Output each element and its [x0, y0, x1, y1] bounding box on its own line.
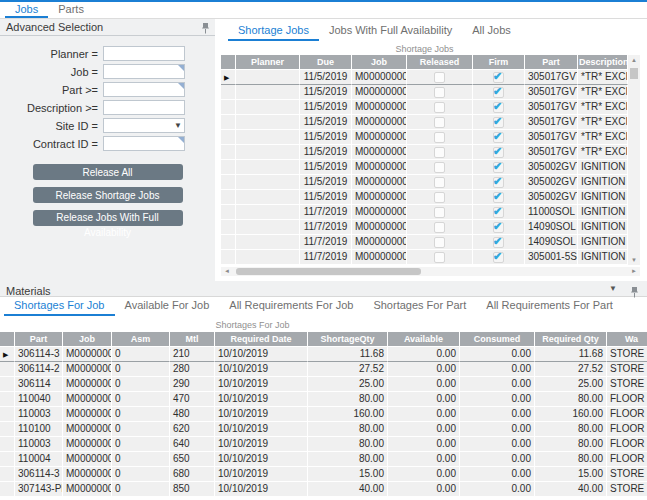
column-header-description[interactable]: Description — [578, 55, 628, 70]
table-row[interactable]: 306114-2M00000000028010/10/201927.520.00… — [0, 362, 647, 377]
column-header-job[interactable]: Job — [63, 332, 112, 347]
firm-checkbox[interactable]: ✔ — [493, 222, 504, 233]
row-selector-cell[interactable] — [221, 160, 236, 175]
table-row[interactable]: 11/5/2019M00000000✔305017GVT*TR* EXCITER — [221, 115, 628, 130]
firm-checkbox[interactable]: ✔ — [493, 117, 504, 128]
table-row[interactable]: 11/5/2019M00000000✔305017GVT*TR* EXCITER — [221, 130, 628, 145]
row-selector-cell[interactable] — [221, 190, 236, 205]
firm-checkbox[interactable]: ✔ — [493, 102, 504, 113]
table-row[interactable]: 110003M00000000048010/10/2019160.000.000… — [0, 407, 647, 422]
released-checkbox[interactable] — [434, 132, 445, 143]
row-selector-cell[interactable] — [221, 130, 236, 145]
release-jobs-with-full-availability-button[interactable]: Release Jobs With Full Availability — [33, 210, 183, 226]
column-header-job[interactable]: Job — [352, 55, 407, 70]
column-header-wa[interactable]: Wa — [607, 332, 647, 347]
row-selector-cell[interactable] — [221, 175, 236, 190]
released-checkbox[interactable] — [434, 192, 445, 203]
scroll-left-icon[interactable]: ◄ — [224, 267, 230, 276]
table-row[interactable]: 11/5/2019M00000000✔305017GVT*TR* EXCITER — [221, 100, 628, 115]
firm-checkbox[interactable]: ✔ — [493, 177, 504, 188]
table-row[interactable]: 11/7/2019M00000000✔11000SOLIGNITION LEA — [221, 205, 628, 220]
table-row[interactable]: ▶306114-3M00000000021010/10/201911.680.0… — [0, 347, 647, 362]
firm-checkbox[interactable]: ✔ — [493, 72, 504, 83]
tab-all-requirements-for-job[interactable]: All Requirements For Job — [219, 299, 363, 316]
table-row[interactable]: 11/7/2019M00000000✔14090SOLIGNITION LEA — [221, 235, 628, 250]
released-checkbox[interactable] — [434, 117, 445, 128]
table-row[interactable]: ▶11/5/2019M00000000✔305017GVT*TR* EXCITE… — [221, 70, 628, 85]
row-selector-cell[interactable] — [0, 362, 15, 377]
column-header-available[interactable]: Available — [388, 332, 460, 347]
scroll-right-icon[interactable]: ► — [631, 267, 637, 276]
column-header-consumed[interactable]: Consumed — [460, 332, 535, 347]
column-header-part[interactable]: Part — [15, 332, 63, 347]
pushpin-icon[interactable] — [202, 22, 209, 38]
firm-checkbox[interactable]: ✔ — [493, 87, 504, 98]
firm-checkbox[interactable]: ✔ — [493, 192, 504, 203]
part--input[interactable] — [103, 82, 185, 97]
scroll-up-icon[interactable]: ▲ — [628, 55, 640, 65]
contract-id--input[interactable] — [103, 136, 185, 151]
table-row[interactable]: 110040M00000000047010/10/201980.000.000.… — [0, 392, 647, 407]
table-row[interactable]: 307143-PNLM00000000085010/10/201940.000.… — [0, 482, 647, 497]
row-selector-cell[interactable] — [0, 377, 15, 392]
row-selector-cell[interactable] — [221, 235, 236, 250]
chevron-down-icon[interactable]: ▼ — [609, 281, 617, 296]
horizontal-scrollbar[interactable]: ◄ ► — [221, 267, 640, 276]
firm-checkbox[interactable]: ✔ — [493, 132, 504, 143]
column-header-asm[interactable]: Asm — [112, 332, 170, 347]
vertical-scrollbar[interactable]: ▲ ▼ — [628, 55, 640, 265]
table-row[interactable]: 11/7/2019M00000000✔305001-5SOIGNITION EX… — [221, 250, 628, 265]
scrollbar-thumb[interactable] — [236, 268, 421, 275]
row-selector-cell[interactable]: ▶ — [0, 347, 15, 362]
table-row[interactable]: 110003M00000000064010/10/201980.000.000.… — [0, 437, 647, 452]
row-selector-cell[interactable] — [0, 437, 15, 452]
firm-checkbox[interactable]: ✔ — [493, 237, 504, 248]
row-selector-cell[interactable] — [221, 205, 236, 220]
row-selector-cell[interactable] — [0, 407, 15, 422]
firm-checkbox[interactable]: ✔ — [493, 207, 504, 218]
column-header-released[interactable]: Released — [407, 55, 473, 70]
site-id--input[interactable]: ▼ — [103, 118, 185, 133]
table-row[interactable]: 11/5/2019M00000000✔305017GVT*TR* EXCITER — [221, 85, 628, 100]
released-checkbox[interactable] — [434, 177, 445, 188]
released-checkbox[interactable] — [434, 237, 445, 248]
planner--input[interactable] — [103, 46, 185, 61]
tab-available-for-job[interactable]: Available For Job — [115, 299, 220, 316]
table-row[interactable]: 306114-3M00000000068010/10/201915.000.00… — [0, 467, 647, 482]
tab-jobs-with-full-availability[interactable]: Jobs With Full Availability — [319, 24, 462, 41]
released-checkbox[interactable] — [434, 222, 445, 233]
table-row[interactable]: 11/5/2019M00000000✔305002GVTIGNITION EXC — [221, 160, 628, 175]
tab-shortage-jobs[interactable]: Shortage Jobs — [228, 24, 319, 41]
firm-checkbox[interactable]: ✔ — [493, 162, 504, 173]
row-selector-cell[interactable] — [0, 467, 15, 482]
tab-all-requirements-for-part[interactable]: All Requirements For Part — [476, 299, 623, 316]
chevron-down-icon[interactable]: ▼ — [174, 119, 182, 132]
tab-shortages-for-part[interactable]: Shortages For Part — [363, 299, 476, 316]
column-header-firm[interactable]: Firm — [473, 55, 525, 70]
column-header-part[interactable]: Part — [525, 55, 578, 70]
table-row[interactable]: 11/5/2019M00000000✔305002GVTIGNITION EXC — [221, 175, 628, 190]
table-row[interactable]: 11/5/2019M00000000✔305002GVTIGNITION EXC — [221, 190, 628, 205]
released-checkbox[interactable] — [434, 102, 445, 113]
description--input[interactable] — [103, 100, 185, 115]
row-selector-cell[interactable] — [221, 220, 236, 235]
released-checkbox[interactable] — [434, 147, 445, 158]
row-selector-cell[interactable] — [0, 422, 15, 437]
job--input[interactable] — [103, 64, 185, 79]
firm-checkbox[interactable]: ✔ — [493, 252, 504, 263]
tab-all-jobs[interactable]: All Jobs — [462, 24, 521, 41]
column-header-required-qty[interactable]: Required Qty — [535, 332, 607, 347]
row-selector-cell[interactable] — [221, 100, 236, 115]
row-selector-cell[interactable] — [0, 392, 15, 407]
column-header-shortageqty[interactable]: ShortageQty — [308, 332, 388, 347]
table-row[interactable]: 11/5/2019M00000000✔305017GVT*TR* EXCITER — [221, 145, 628, 160]
released-checkbox[interactable] — [434, 162, 445, 173]
column-header-required-date[interactable]: Required Date — [215, 332, 308, 347]
tab-shortages-for-job[interactable]: Shortages For Job — [4, 299, 115, 316]
tab-jobs[interactable]: Jobs — [5, 2, 48, 18]
row-selector-cell[interactable] — [221, 145, 236, 160]
table-row[interactable]: 110100M00000000062010/10/201980.000.000.… — [0, 422, 647, 437]
column-header-due[interactable]: Due — [300, 55, 352, 70]
column-header-mtl[interactable]: Mtl — [170, 332, 215, 347]
released-checkbox[interactable] — [434, 207, 445, 218]
